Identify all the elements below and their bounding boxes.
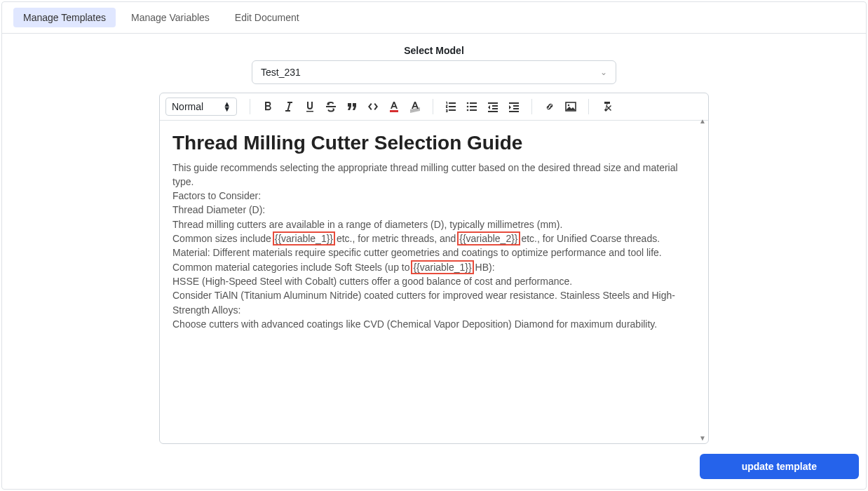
doc-paragraph: This guide recommends selecting the appr… bbox=[172, 161, 696, 189]
text-run: HB): bbox=[473, 262, 495, 273]
text-run: etc., for Unified Coarse threads. bbox=[519, 233, 660, 244]
clear-format-button[interactable] bbox=[600, 100, 613, 113]
toolbar-separator bbox=[531, 99, 532, 114]
svg-point-2 bbox=[467, 106, 469, 108]
tab-bar: Manage Templates Manage Variables Edit D… bbox=[2, 2, 866, 34]
image-button[interactable] bbox=[564, 100, 577, 113]
doc-paragraph: Consider TiAlN (Titanium Aluminum Nitrid… bbox=[172, 288, 696, 317]
svg-point-3 bbox=[467, 109, 469, 112]
content-area: Select Model Test_231 ⌄ Normal ▲▼ bbox=[2, 34, 866, 444]
scroll-down-icon[interactable]: ▼ bbox=[699, 434, 706, 442]
editor-content[interactable]: Thread Milling Cutter Selection Guide Th… bbox=[160, 121, 708, 443]
svg-rect-0 bbox=[390, 110, 398, 112]
toolbar-separator bbox=[588, 99, 589, 114]
ordered-list-button[interactable] bbox=[445, 100, 457, 113]
text-color-button[interactable] bbox=[388, 100, 400, 113]
text-run: etc., for metric threads, and bbox=[334, 233, 459, 244]
tab-manage-variables[interactable]: Manage Variables bbox=[121, 8, 219, 27]
strike-button[interactable] bbox=[325, 100, 337, 113]
doc-paragraph: Factors to Consider: bbox=[172, 189, 696, 203]
doc-paragraph: Choose cutters with advanced coatings li… bbox=[172, 317, 696, 331]
update-template-button[interactable]: update template bbox=[700, 454, 859, 479]
link-button[interactable] bbox=[543, 100, 556, 113]
variable-token[interactable]: {{variable_2}} bbox=[459, 233, 518, 244]
doc-paragraph: Thread Diameter (D): bbox=[172, 203, 696, 217]
text-run: Common sizes include bbox=[172, 233, 274, 244]
doc-paragraph: Thread milling cutters are available in … bbox=[172, 217, 696, 231]
svg-point-1 bbox=[467, 102, 469, 105]
underline-button[interactable] bbox=[304, 100, 316, 113]
doc-title: Thread Milling Cutter Selection Guide bbox=[172, 129, 696, 158]
code-button[interactable] bbox=[367, 100, 379, 113]
indent-button[interactable] bbox=[508, 100, 520, 113]
chevron-down-icon: ⌄ bbox=[600, 67, 607, 77]
editor-panel: Normal ▲▼ bbox=[159, 93, 709, 444]
updown-icon: ▲▼ bbox=[223, 102, 231, 112]
quote-button[interactable] bbox=[346, 100, 358, 113]
tab-edit-document[interactable]: Edit Document bbox=[225, 8, 309, 27]
toolbar-separator bbox=[250, 99, 250, 114]
select-model-value: Test_231 bbox=[261, 67, 301, 78]
variable-token[interactable]: {{variable_1}} bbox=[274, 233, 334, 244]
select-model-dropdown[interactable]: Test_231 ⌄ bbox=[252, 60, 616, 84]
format-select[interactable]: Normal ▲▼ bbox=[165, 97, 237, 116]
tab-manage-templates[interactable]: Manage Templates bbox=[13, 8, 116, 27]
editor-toolbar: Normal ▲▼ bbox=[160, 93, 708, 121]
bold-button[interactable] bbox=[262, 100, 274, 113]
format-select-value: Normal bbox=[172, 101, 203, 112]
svg-point-5 bbox=[568, 105, 570, 107]
outdent-button[interactable] bbox=[487, 100, 499, 113]
highlight-button[interactable] bbox=[409, 100, 421, 113]
doc-paragraph: Material: Different materials require sp… bbox=[172, 246, 696, 274]
main-container: Manage Templates Manage Variables Edit D… bbox=[1, 1, 867, 490]
toolbar-separator bbox=[433, 99, 433, 114]
italic-button[interactable] bbox=[283, 100, 295, 113]
doc-paragraph: Common sizes include {{variable_1}} etc.… bbox=[172, 231, 696, 246]
variable-token[interactable]: {{variable_1}} bbox=[412, 262, 472, 273]
bullet-list-button[interactable] bbox=[466, 100, 478, 113]
scroll-up-icon[interactable]: ▲ bbox=[699, 117, 706, 125]
select-model-label: Select Model bbox=[252, 45, 616, 56]
doc-paragraph: HSSE (High-Speed Steel with Cobalt) cutt… bbox=[172, 274, 696, 288]
select-model-block: Select Model Test_231 ⌄ bbox=[252, 45, 616, 84]
scrollbar[interactable]: ▲ ▼ bbox=[698, 117, 707, 442]
